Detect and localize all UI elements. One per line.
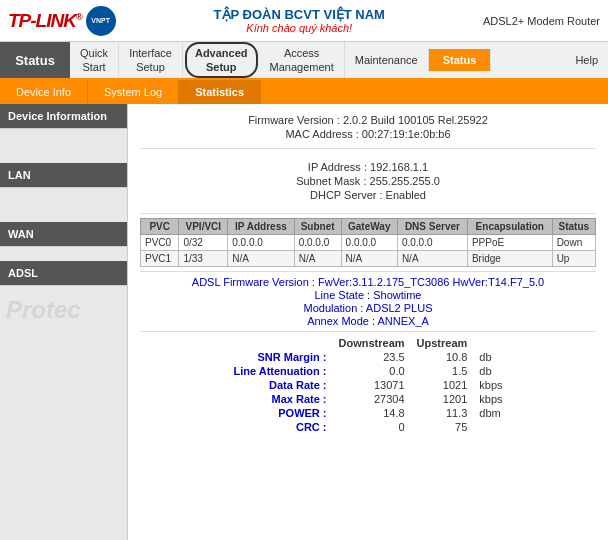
nav-items: QuickStart InterfaceSetup AdvancedSetup … bbox=[70, 42, 565, 78]
sub-nav-device-info[interactable]: Device Info bbox=[0, 80, 88, 104]
stats-row: Data Rate :130711021kbps bbox=[227, 378, 508, 392]
sidebar-item-device-information[interactable]: Device Information bbox=[0, 104, 127, 129]
sidebar-item-lan[interactable]: LAN bbox=[0, 163, 127, 188]
col-encap: Encapsulation bbox=[467, 219, 552, 235]
col-ip: IP Address bbox=[228, 219, 294, 235]
main-content: Firmware Version : 2.0.2 Build 100105 Re… bbox=[128, 104, 608, 540]
sub-nav-system-log[interactable]: System Log bbox=[88, 80, 179, 104]
nav-interface-setup[interactable]: InterfaceSetup bbox=[119, 42, 183, 79]
lan-ip: IP Address : 192.168.1.1 bbox=[140, 161, 596, 173]
header-title: TẬP ĐOÀN BCVT VIỆT NAM Kính chào quý khá… bbox=[116, 7, 483, 34]
device-info-section: Firmware Version : 2.0.2 Build 100105 Re… bbox=[140, 114, 596, 140]
adsl-section: ADSL Firmware Version : FwVer:3.11.2.175… bbox=[140, 276, 596, 327]
tp-link-logo: TP-LINK® bbox=[8, 10, 82, 32]
sub-nav: Device Info System Log Statistics bbox=[0, 80, 608, 104]
nav-advanced-setup[interactable]: AdvancedSetup bbox=[185, 42, 258, 79]
wan-section: PVC VPI/VCI IP Address Subnet GateWay DN… bbox=[140, 218, 596, 267]
lan-dhcp: DHCP Server : Enabled bbox=[140, 189, 596, 201]
col-pvc: PVC bbox=[141, 219, 179, 235]
wan-table: PVC VPI/VCI IP Address Subnet GateWay DN… bbox=[140, 218, 596, 267]
sidebar-item-adsl[interactable]: ADSL bbox=[0, 261, 127, 286]
divider-stats bbox=[140, 331, 596, 332]
adsl-modulation: Modulation : ADSL2 PLUS bbox=[140, 302, 596, 314]
nav-status-label: Status bbox=[0, 42, 70, 78]
col-subnet: Subnet bbox=[294, 219, 341, 235]
stats-section: Downstream Upstream SNR Margin :23.510.8… bbox=[140, 336, 596, 434]
sidebar-watermark: Protec bbox=[0, 286, 127, 334]
adsl-firmware: ADSL Firmware Version : FwVer:3.11.2.175… bbox=[140, 276, 596, 288]
vnpt-logo: VNPT bbox=[86, 6, 116, 36]
nav-bar: Status QuickStart InterfaceSetup Advance… bbox=[0, 42, 608, 80]
firmware-version: Firmware Version : 2.0.2 Build 100105 Re… bbox=[140, 114, 596, 126]
stats-row: SNR Margin :23.510.8db bbox=[227, 350, 508, 364]
divider-adsl bbox=[140, 271, 596, 272]
downstream-header: Downstream bbox=[333, 336, 411, 350]
nav-status[interactable]: Status bbox=[429, 49, 492, 71]
wan-table-row: PVC11/33N/AN/AN/AN/ABridgeUp bbox=[141, 251, 596, 267]
divider-wan bbox=[140, 213, 596, 214]
stats-table: Downstream Upstream SNR Margin :23.510.8… bbox=[227, 336, 508, 434]
sidebar: Device Information LAN WAN ADSL Protec bbox=[0, 104, 128, 540]
lan-subnet: Subnet Mask : 255.255.255.0 bbox=[140, 175, 596, 187]
lan-section: IP Address : 192.168.1.1 Subnet Mask : 2… bbox=[140, 155, 596, 207]
nav-quick-start[interactable]: QuickStart bbox=[70, 42, 119, 79]
stats-row: CRC :075 bbox=[227, 420, 508, 434]
main-title: TẬP ĐOÀN BCVT VIỆT NAM bbox=[116, 7, 483, 22]
adsl-annex: Annex Mode : ANNEX_A bbox=[140, 315, 596, 327]
model-text: ADSL2+ Modem Router bbox=[483, 15, 600, 27]
content: Device Information LAN WAN ADSL Protec F… bbox=[0, 104, 608, 540]
nav-access-management[interactable]: AccessManagement bbox=[260, 42, 345, 79]
stats-row: Max Rate :273041201kbps bbox=[227, 392, 508, 406]
mac-address: MAC Address : 00:27:19:1e:0b:b6 bbox=[140, 128, 596, 140]
adsl-line-state: Line State : Showtime bbox=[140, 289, 596, 301]
nav-maintenance[interactable]: Maintenance bbox=[345, 49, 429, 71]
sub-title: Kính chào quý khách! bbox=[116, 22, 483, 34]
col-dns: DNS Server bbox=[397, 219, 467, 235]
sub-nav-statistics[interactable]: Statistics bbox=[179, 80, 261, 104]
col-gateway: GateWay bbox=[341, 219, 397, 235]
stats-row: Line Attenuation :0.01.5db bbox=[227, 364, 508, 378]
wan-table-row: PVC00/320.0.0.00.0.0.00.0.0.00.0.0.0PPPo… bbox=[141, 235, 596, 251]
header: TP-LINK® VNPT TẬP ĐOÀN BCVT VIỆT NAM Kín… bbox=[0, 0, 608, 42]
divider-lan bbox=[140, 148, 596, 149]
nav-help[interactable]: Help bbox=[565, 42, 608, 78]
col-vpivci: VPI/VCI bbox=[179, 219, 228, 235]
col-status: Status bbox=[552, 219, 595, 235]
stats-row: POWER :14.811.3dbm bbox=[227, 406, 508, 420]
upstream-header: Upstream bbox=[411, 336, 474, 350]
sidebar-item-wan[interactable]: WAN bbox=[0, 222, 127, 247]
